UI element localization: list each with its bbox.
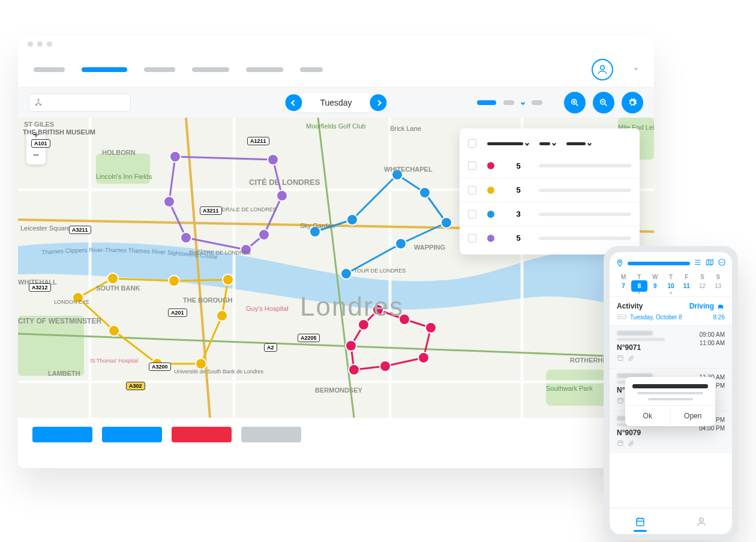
nav-item-4[interactable] — [192, 67, 229, 72]
route-stop[interactable] — [169, 276, 179, 286]
route-stop[interactable] — [349, 364, 359, 375]
route-stop[interactable] — [217, 310, 227, 321]
route-stop[interactable] — [419, 187, 430, 198]
zoom-in-button[interactable] — [564, 92, 586, 113]
list-icon[interactable] — [694, 258, 702, 269]
view-option-2[interactable] — [503, 100, 514, 105]
next-day-button[interactable] — [370, 94, 387, 111]
map-icon[interactable] — [706, 258, 714, 269]
route-stop[interactable] — [181, 232, 191, 243]
nav-item-3[interactable] — [144, 67, 175, 72]
calendar-day[interactable]: 12 — [694, 280, 710, 292]
route-stop[interactable] — [170, 151, 181, 162]
route-row[interactable]: 5 — [460, 154, 640, 178]
map-poi: THE BRITISH MUSEUM — [23, 128, 95, 136]
route-stop[interactable] — [223, 274, 233, 285]
chevron-down-icon[interactable] — [634, 68, 638, 71]
map-poi: LAMBETH — [48, 370, 80, 377]
map-poi: HOLBORN — [102, 149, 136, 156]
action-popover: Ok Open — [625, 377, 715, 426]
route-stop[interactable] — [418, 352, 429, 363]
day-label: Tuesday — [302, 98, 370, 107]
route-row[interactable]: 3 — [460, 202, 640, 226]
map-zoom-out[interactable]: − — [26, 145, 46, 164]
route-stop[interactable] — [196, 358, 206, 369]
svg-point-12 — [619, 262, 620, 263]
route-stop[interactable] — [109, 325, 119, 336]
route-stop[interactable] — [346, 340, 356, 351]
route-count: 5 — [510, 161, 527, 170]
nav-item-5[interactable] — [246, 67, 283, 72]
view-option-1[interactable] — [477, 100, 496, 105]
window-titlebar — [18, 36, 654, 52]
svg-point-1 — [38, 99, 39, 100]
map-city-label: Londres — [300, 292, 404, 322]
route-stop[interactable] — [259, 229, 269, 240]
road-shield: A3200 — [149, 363, 171, 371]
traffic-light-minimize[interactable] — [37, 41, 43, 47]
nav-item-6[interactable] — [300, 67, 323, 72]
route-checkbox[interactable] — [468, 186, 476, 194]
chevron-down-icon[interactable] — [521, 100, 525, 104]
route-checkbox[interactable] — [468, 234, 476, 242]
calendar-day[interactable]: 13 — [710, 280, 726, 292]
route-stop[interactable] — [341, 268, 352, 279]
attachment-icon — [628, 354, 635, 363]
tab-schedule[interactable] — [610, 508, 671, 534]
footer-button-4[interactable] — [241, 427, 301, 442]
map-poi: Moorfields Golf Club — [306, 122, 366, 130]
road-shield: A3211 — [69, 226, 91, 234]
map-poi: THÉÂTRE DE LONDRES — [189, 250, 237, 256]
route-stop[interactable] — [277, 190, 287, 201]
map-poi: Sky Garden — [300, 222, 335, 229]
route-checkbox[interactable] — [468, 161, 476, 170]
popover-open-button[interactable]: Open — [671, 406, 716, 426]
nav-item-1[interactable] — [34, 67, 65, 72]
route-row[interactable]: 5 — [460, 178, 640, 202]
calendar-day[interactable]: 8 — [631, 280, 647, 292]
schedule-card[interactable]: N°9071 09:00 AM11:00 AM — [610, 325, 732, 368]
nav-item-2[interactable] — [82, 67, 127, 72]
traffic-light-close[interactable] — [28, 41, 33, 47]
more-icon[interactable] — [718, 258, 726, 269]
calendar-day[interactable]: 9 — [647, 280, 663, 292]
route-checkbox[interactable] — [468, 210, 476, 218]
route-stop[interactable] — [395, 238, 406, 249]
view-option-3[interactable] — [532, 100, 542, 105]
calendar-day[interactable]: 10 — [663, 280, 679, 292]
route-row[interactable]: 5 — [460, 226, 640, 250]
route-label-placeholder — [539, 212, 631, 216]
footer-button-1[interactable] — [32, 427, 92, 442]
svg-rect-17 — [618, 356, 623, 361]
route-stop[interactable] — [380, 361, 391, 372]
footer-button-2[interactable] — [102, 427, 162, 442]
map-poi: BERMONDSEY — [315, 387, 362, 394]
map-poi: Southwark Park — [546, 385, 593, 392]
footer-button-3[interactable] — [172, 427, 232, 442]
map-poi: St Thomas' Hospital — [90, 358, 132, 364]
prev-day-button[interactable] — [285, 94, 302, 111]
route-stop[interactable] — [268, 154, 278, 165]
route-stop[interactable] — [441, 217, 452, 228]
user-avatar-button[interactable] — [592, 59, 613, 80]
route-stop[interactable] — [347, 214, 358, 225]
select-all-checkbox[interactable] — [468, 139, 476, 148]
route-stop[interactable] — [164, 196, 175, 207]
driving-mode-button[interactable]: Driving — [689, 302, 725, 310]
calendar-day[interactable]: 11 — [679, 280, 694, 292]
svg-rect-19 — [618, 441, 623, 446]
calendar-icon — [617, 397, 624, 406]
route-stop[interactable] — [425, 322, 436, 333]
traffic-light-zoom[interactable] — [47, 41, 52, 47]
search-input[interactable] — [29, 94, 131, 112]
svg-rect-18 — [618, 399, 623, 403]
zoom-out-button[interactable] — [593, 92, 614, 113]
calendar-day[interactable]: 7 — [616, 280, 631, 292]
route-stop[interactable] — [107, 273, 118, 284]
map-view[interactable]: Thames Clippers River-Thames Thames Rive… — [18, 118, 654, 418]
car-icon — [716, 302, 725, 310]
settings-button[interactable] — [622, 92, 643, 113]
route-color-dot — [487, 211, 494, 218]
popover-ok-button[interactable]: Ok — [625, 406, 671, 426]
tab-profile[interactable] — [671, 508, 732, 534]
